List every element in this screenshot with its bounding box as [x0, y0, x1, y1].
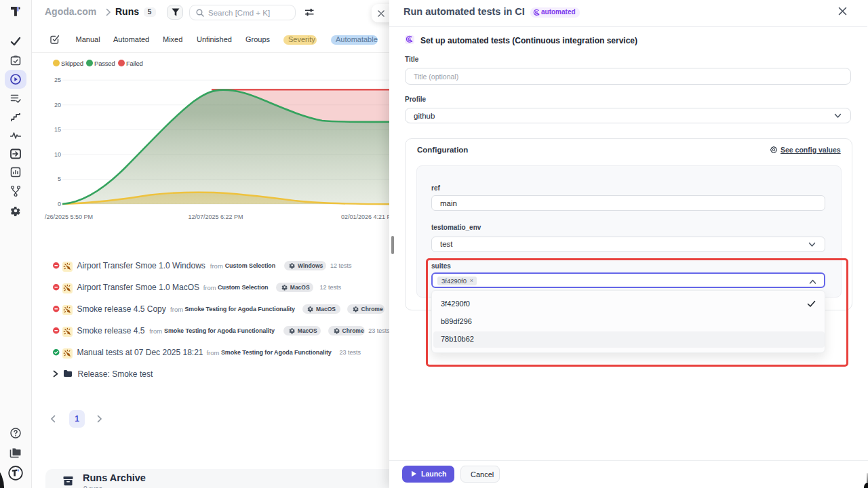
svg-text:02/01/2026 4:21 PM: 02/01/2026 4:21 PM: [341, 214, 393, 220]
svg-text:0: 0: [58, 201, 61, 207]
svg-text:20: 20: [54, 102, 61, 108]
svg-text:10: 10: [54, 151, 61, 158]
svg-text:12/07/2025 6:22 PM: 12/07/2025 6:22 PM: [188, 214, 243, 220]
svg-text:25: 25: [54, 77, 61, 83]
svg-text:5: 5: [58, 176, 61, 182]
svg-text:15: 15: [54, 126, 61, 133]
svg-text:/26/2025 5:50 PM: /26/2025 5:50 PM: [45, 214, 93, 220]
